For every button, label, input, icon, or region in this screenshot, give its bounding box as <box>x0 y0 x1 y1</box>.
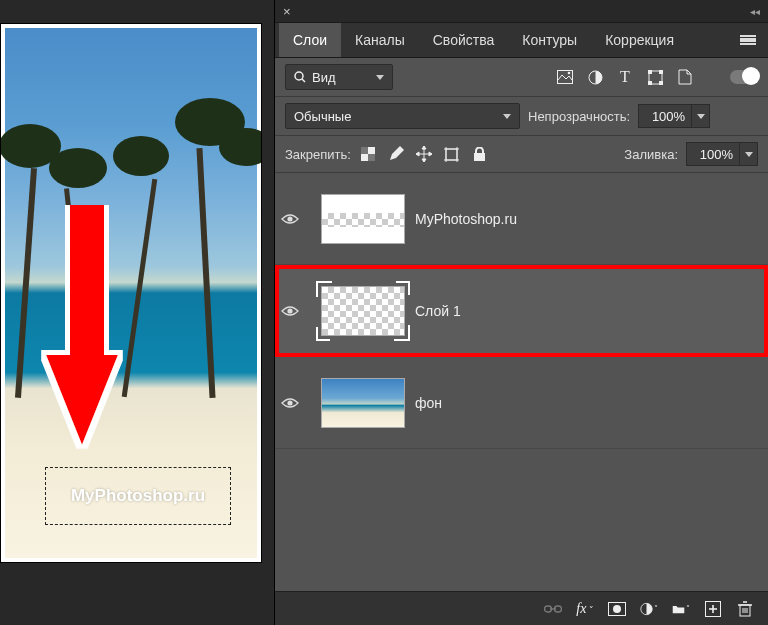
svg-point-21 <box>287 216 292 221</box>
svg-line-3 <box>302 79 305 82</box>
filter-shape-icon[interactable] <box>644 66 666 88</box>
layer-name[interactable]: MyPhotoshop.ru <box>415 211 517 227</box>
new-adjustment-icon[interactable]: ˅ <box>640 600 658 618</box>
opacity-label: Непрозрачность: <box>528 109 630 124</box>
new-layer-icon[interactable] <box>704 600 722 618</box>
filter-smartobject-icon[interactable] <box>674 66 696 88</box>
layers-panel: × ◂◂ Слои Каналы Свойства Контуры Коррек… <box>274 0 768 625</box>
layer-name[interactable]: Слой 1 <box>415 303 461 319</box>
tab-adjustments[interactable]: Коррекция <box>591 23 688 57</box>
svg-rect-20 <box>474 153 485 161</box>
panel-tabs: Слои Каналы Свойства Контуры Коррекция <box>275 22 768 58</box>
delete-layer-icon[interactable] <box>736 600 754 618</box>
lock-all-icon[interactable] <box>471 145 489 163</box>
svg-rect-8 <box>648 70 652 74</box>
svg-point-2 <box>295 72 303 80</box>
layer-name[interactable]: фон <box>415 395 442 411</box>
collapse-icon[interactable]: ◂◂ <box>750 6 760 17</box>
watermark-text: MyPhotoshop.ru <box>46 486 230 506</box>
visibility-toggle[interactable] <box>281 397 311 409</box>
add-mask-icon[interactable] <box>608 600 626 618</box>
layer-row[interactable]: фон <box>275 357 768 449</box>
filter-pixel-icon[interactable] <box>554 66 576 88</box>
fill-label: Заливка: <box>624 147 678 162</box>
lock-artboard-icon[interactable] <box>443 145 461 163</box>
layer-effects-icon[interactable]: fx ˅ <box>576 600 594 618</box>
svg-point-28 <box>613 605 621 613</box>
filter-toggle[interactable] <box>730 70 758 84</box>
panel-menu-icon[interactable] <box>732 35 764 45</box>
svg-rect-13 <box>361 147 368 154</box>
svg-rect-14 <box>368 154 375 161</box>
layer-filter-label: Вид <box>312 70 336 85</box>
layers-list: MyPhotoshop.ru Слой 1 фон <box>275 173 768 591</box>
filter-adjustment-icon[interactable] <box>584 66 606 88</box>
svg-rect-15 <box>446 149 457 160</box>
link-layers-icon <box>544 600 562 618</box>
layer-row[interactable]: MyPhotoshop.ru <box>275 173 768 265</box>
tab-properties[interactable]: Свойства <box>419 23 508 57</box>
svg-rect-9 <box>659 70 663 74</box>
document-canvas[interactable]: MyPhotoshop.ru <box>0 23 262 563</box>
filter-type-icon[interactable]: T <box>614 66 636 88</box>
opacity-input[interactable]: 100% <box>638 104 692 128</box>
lock-position-icon[interactable] <box>415 145 433 163</box>
layer-filter-select[interactable]: Вид <box>285 64 393 90</box>
svg-point-22 <box>287 308 292 313</box>
tab-channels[interactable]: Каналы <box>341 23 419 57</box>
tab-paths[interactable]: Контуры <box>508 23 591 57</box>
fill-input[interactable]: 100% <box>686 142 740 166</box>
selection-marquee[interactable]: MyPhotoshop.ru <box>45 467 231 525</box>
opacity-dropdown[interactable] <box>692 104 710 128</box>
fill-dropdown[interactable] <box>740 142 758 166</box>
svg-point-23 <box>287 400 292 405</box>
visibility-toggle[interactable] <box>281 305 311 317</box>
layer-thumbnail[interactable] <box>321 286 405 336</box>
svg-rect-11 <box>659 81 663 85</box>
layers-bottom-bar: fx ˅ ˅ ˅ <box>275 591 768 625</box>
lock-transparency-icon[interactable] <box>359 145 377 163</box>
lock-pixels-icon[interactable] <box>387 145 405 163</box>
close-icon[interactable]: × <box>283 4 291 19</box>
new-group-icon[interactable]: ˅ <box>672 600 690 618</box>
layer-thumbnail[interactable] <box>321 378 405 428</box>
lock-label: Закрепить: <box>285 147 351 162</box>
layer-row[interactable]: Слой 1 <box>275 265 768 357</box>
blend-mode-value: Обычные <box>294 109 351 124</box>
layer-thumbnail[interactable] <box>321 194 405 244</box>
svg-point-5 <box>568 72 571 75</box>
visibility-toggle[interactable] <box>281 213 311 225</box>
svg-rect-10 <box>648 81 652 85</box>
tab-layers[interactable]: Слои <box>279 23 341 57</box>
blend-mode-select[interactable]: Обычные <box>285 103 520 129</box>
